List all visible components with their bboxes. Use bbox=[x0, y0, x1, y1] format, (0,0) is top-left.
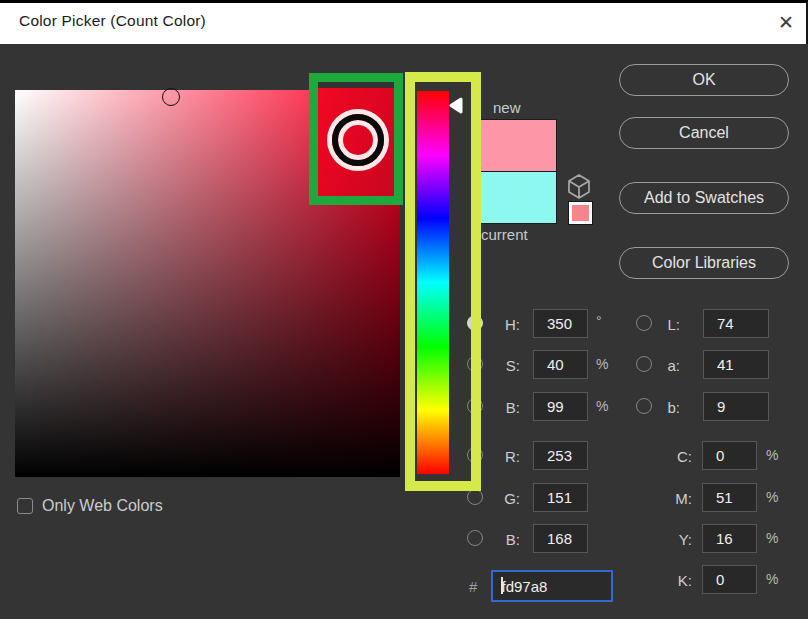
add-to-swatches-button[interactable]: Add to Swatches bbox=[619, 182, 789, 214]
color-field-cursor[interactable] bbox=[162, 88, 180, 106]
text-caret bbox=[501, 577, 503, 594]
brightness-input[interactable]: 99 bbox=[533, 392, 588, 421]
hex-value: fd97a8 bbox=[502, 578, 548, 595]
saturation-input[interactable]: 40 bbox=[533, 350, 588, 379]
current-color-swatch[interactable] bbox=[475, 172, 556, 223]
current-swatch-label: current bbox=[481, 226, 528, 243]
hue-label: H: bbox=[490, 316, 520, 333]
color-picker-dialog: Color Picker (Count Color) ✕ new current… bbox=[0, 0, 808, 619]
close-icon[interactable]: ✕ bbox=[768, 6, 804, 38]
magenta-label: M: bbox=[662, 490, 692, 507]
magenta-input[interactable]: 51 bbox=[702, 483, 757, 512]
only-web-colors-label: Only Web Colors bbox=[42, 497, 163, 515]
new-color-swatch bbox=[475, 120, 556, 172]
picked-color-target-circle[interactable] bbox=[332, 114, 384, 166]
cyan-input[interactable]: 0 bbox=[702, 441, 757, 470]
annotation-yellow-rectangle bbox=[405, 72, 481, 491]
saturation-unit: % bbox=[596, 356, 608, 372]
hex-hash-label: # bbox=[469, 578, 477, 595]
red-input[interactable]: 253 bbox=[533, 441, 588, 470]
black-unit: % bbox=[766, 571, 778, 587]
saturation-label: S: bbox=[490, 357, 520, 374]
color-libraries-button[interactable]: Color Libraries bbox=[619, 247, 789, 279]
blue-label: B: bbox=[490, 531, 520, 548]
brightness-label: B: bbox=[490, 399, 520, 416]
yellow-label: Y: bbox=[662, 531, 692, 548]
brightness-unit: % bbox=[596, 398, 608, 414]
hue-input[interactable]: 350 bbox=[533, 309, 588, 338]
yellow-input[interactable]: 16 bbox=[702, 524, 757, 553]
cyan-label: C: bbox=[662, 448, 692, 465]
web-safe-color-swatch[interactable] bbox=[569, 202, 592, 224]
green-input[interactable]: 151 bbox=[533, 483, 588, 512]
out-of-web-gamut-cube-icon[interactable] bbox=[566, 173, 592, 205]
lab-l-input[interactable]: 74 bbox=[703, 309, 769, 338]
new-swatch-label: new bbox=[493, 99, 521, 116]
lab-a-label: a: bbox=[650, 357, 680, 374]
only-web-colors-checkbox[interactable] bbox=[17, 498, 33, 514]
cyan-unit: % bbox=[766, 447, 778, 463]
hue-unit: ° bbox=[596, 313, 602, 329]
black-label: K: bbox=[662, 572, 692, 589]
radio-green[interactable] bbox=[467, 489, 483, 505]
magenta-unit: % bbox=[766, 489, 778, 505]
lab-l-label: L: bbox=[650, 316, 680, 333]
cancel-button[interactable]: Cancel bbox=[619, 117, 789, 149]
black-input[interactable]: 0 bbox=[702, 565, 757, 594]
red-label: R: bbox=[490, 448, 520, 465]
dialog-title: Color Picker (Count Color) bbox=[19, 12, 206, 30]
ok-button[interactable]: OK bbox=[619, 64, 789, 96]
green-label: G: bbox=[490, 490, 520, 507]
hex-input[interactable]: fd97a8 bbox=[491, 570, 613, 602]
yellow-unit: % bbox=[766, 530, 778, 546]
lab-a-input[interactable]: 41 bbox=[703, 350, 769, 379]
radio-blue[interactable] bbox=[467, 530, 483, 546]
lab-b-label: b: bbox=[650, 399, 680, 416]
blue-input[interactable]: 168 bbox=[533, 524, 588, 553]
lab-b-input[interactable]: 9 bbox=[703, 392, 769, 421]
